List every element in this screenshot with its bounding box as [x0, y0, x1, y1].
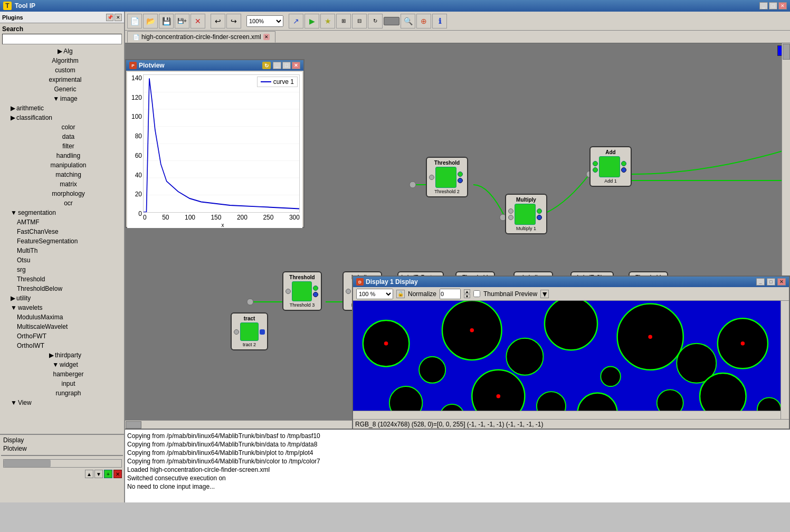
- normalize-up-button[interactable]: ▲: [464, 289, 470, 293]
- tree-item-filter[interactable]: filter: [0, 141, 124, 151]
- tree-item-view[interactable]: ▼View: [0, 398, 124, 407]
- tree-item-algorithm[interactable]: Algorithm: [0, 56, 124, 65]
- tree-item-custom[interactable]: custom: [0, 65, 124, 75]
- plotview-minimize-button[interactable]: _: [273, 62, 281, 69]
- tree-item-ocr[interactable]: ocr: [0, 198, 124, 208]
- panel-pin-button[interactable]: 📌: [106, 14, 113, 21]
- tree-item-morphology[interactable]: morphology: [0, 189, 124, 198]
- scrollbar-indicator[interactable]: [3, 459, 122, 468]
- save-button[interactable]: 💾: [159, 14, 174, 28]
- thumbnail-checkbox[interactable]: [473, 290, 480, 297]
- display-scrollbar-v[interactable]: [781, 301, 789, 419]
- plotview-restore-button[interactable]: □: [282, 62, 291, 69]
- display-dropdown-button[interactable]: ▼: [540, 290, 549, 298]
- display-title-bar[interactable]: D Display 1 Display _ □ ✕: [353, 277, 789, 287]
- tree-item-handling[interactable]: handling: [0, 151, 124, 160]
- plotview-refresh-icon[interactable]: ↻: [262, 62, 271, 69]
- node-tract2[interactable]: tract tract 2: [231, 312, 268, 350]
- display-restore-button[interactable]: □: [767, 278, 775, 286]
- tree-item-otsu[interactable]: Otsu: [0, 255, 124, 265]
- tree-item-thresholdbelow[interactable]: ThresholdBelow: [0, 284, 124, 293]
- tree-item-amtmf[interactable]: AMTMF: [0, 217, 124, 227]
- select-button[interactable]: ↗: [289, 14, 303, 28]
- help-button[interactable]: ⊕: [416, 14, 431, 28]
- refresh-button[interactable]: ↻: [368, 14, 383, 28]
- tree-item-hamberger[interactable]: hamberger: [0, 369, 124, 379]
- plotview-title-bar[interactable]: P Plotview ↻ _ □ ✕: [126, 60, 303, 71]
- zoom-in-button[interactable]: 🔍: [401, 14, 415, 28]
- display-close-button[interactable]: ✕: [777, 278, 786, 286]
- tree-item-orthofwt[interactable]: OrthoFWT: [0, 331, 124, 341]
- node-add1-port-r2: [621, 167, 626, 173]
- tree-item-data[interactable]: data: [0, 132, 124, 141]
- new-button[interactable]: 📄: [127, 14, 142, 28]
- tree-item-arithmetic[interactable]: ▶arithmetic: [0, 103, 124, 113]
- save-as-button[interactable]: 💾+: [175, 14, 189, 28]
- tree-item-srg[interactable]: srg: [0, 265, 124, 274]
- tree-item-widget[interactable]: ▼widget: [0, 360, 124, 369]
- tree-item-multiscalewavelet[interactable]: MultiscaleWavelet: [0, 322, 124, 331]
- node-threshold2[interactable]: Threshold Threshold 2: [426, 157, 468, 197]
- highlight-button[interactable]: ★: [320, 14, 335, 28]
- minimize-button[interactable]: _: [759, 2, 768, 10]
- tree-item-segmentation[interactable]: ▼segmentation: [0, 208, 124, 217]
- tab-close-button[interactable]: ✕: [263, 34, 270, 40]
- display-normalize-stepper[interactable]: ▲ ▼: [464, 289, 470, 298]
- tree-item-featuresegmentation[interactable]: FeatureSegmentation: [0, 236, 124, 246]
- plotview-close-button[interactable]: ✕: [292, 62, 300, 69]
- display-scrollbar-h[interactable]: [353, 411, 781, 419]
- tree-item-exprimental[interactable]: exprimental: [0, 75, 124, 84]
- tree-item-matrix[interactable]: matrix: [0, 179, 124, 189]
- zoom-select[interactable]: 100% 50% 75% 150% 200%: [246, 15, 283, 27]
- grid-button[interactable]: ⊟: [352, 14, 367, 28]
- scroll-up-button[interactable]: ▲: [85, 470, 93, 478]
- node-threshold3[interactable]: Threshold Threshold 3: [282, 271, 322, 311]
- tree-item-alg[interactable]: ▶Alg: [0, 46, 124, 56]
- display-normalize-lock[interactable]: 🔒: [396, 290, 405, 298]
- y-label-80: 80: [135, 132, 142, 140]
- panel-close-button[interactable]: ✕: [115, 14, 122, 21]
- tree-item-color[interactable]: color: [0, 122, 124, 132]
- tab-bar: 📄 high-concentration-circle-finder-scree…: [125, 31, 790, 43]
- display-minimize-button[interactable]: _: [756, 278, 765, 286]
- tree-item-image[interactable]: ▼image: [0, 94, 124, 103]
- tree-item-threshold[interactable]: Threshold: [0, 274, 124, 284]
- tree-item-orthoiwt[interactable]: OrthoIWT: [0, 341, 124, 350]
- tree-item-rungraph[interactable]: rungraph: [0, 388, 124, 398]
- tree-item-fastchanvese[interactable]: FastChanVese: [0, 227, 124, 236]
- tree-item-input[interactable]: input: [0, 379, 124, 388]
- tree-item-generic[interactable]: Generic: [0, 84, 124, 94]
- node-multiply1[interactable]: Multiply Multiply 1: [505, 194, 547, 234]
- close-button[interactable]: ✕: [778, 2, 787, 10]
- node-add1[interactable]: Add Add 1: [589, 146, 632, 187]
- tree-item-wavelets[interactable]: ▼wavelets: [0, 303, 124, 312]
- undo-button[interactable]: ↩: [211, 14, 225, 28]
- bottom-item-plotview[interactable]: Plotview: [1, 444, 123, 453]
- tree-item-manipulation[interactable]: manipulation: [0, 160, 124, 170]
- node-multiply1-port-l2: [508, 215, 513, 220]
- tree-item-thirdparty[interactable]: ▶thirdparty: [0, 350, 124, 360]
- info-button[interactable]: ℹ: [432, 14, 447, 28]
- fit-button[interactable]: ⊞: [336, 14, 351, 28]
- redo-button[interactable]: ↪: [226, 14, 241, 28]
- tree-item-classification[interactable]: ▶classification: [0, 113, 124, 122]
- tree-item-utility[interactable]: ▶utility: [0, 293, 124, 303]
- add-to-canvas-button[interactable]: +: [104, 470, 112, 478]
- tree-item-modulusmaxima[interactable]: ModulusMaxima: [0, 312, 124, 322]
- remove-button[interactable]: ✕: [113, 470, 122, 478]
- display-zoom-select[interactable]: 100 %: [356, 289, 393, 299]
- scroll-down-button[interactable]: ▼: [94, 470, 103, 478]
- restore-button[interactable]: □: [769, 2, 777, 10]
- open-button[interactable]: 📂: [143, 14, 158, 28]
- tree-item-multith[interactable]: MultiTh: [0, 246, 124, 255]
- display-normalize-input[interactable]: [440, 289, 461, 299]
- run-button[interactable]: ▶: [304, 14, 319, 28]
- bottom-item-display[interactable]: Display: [1, 436, 123, 444]
- delete-button[interactable]: ✕: [191, 14, 205, 28]
- node-multiply1-ports-right: [537, 208, 542, 220]
- search-input[interactable]: [2, 34, 122, 44]
- tree-item-matching[interactable]: matching: [0, 170, 124, 179]
- node-add1-port-l1: [593, 161, 598, 166]
- main-tab[interactable]: 📄 high-concentration-circle-finder-scree…: [127, 31, 275, 43]
- normalize-down-button[interactable]: ▼: [464, 294, 470, 298]
